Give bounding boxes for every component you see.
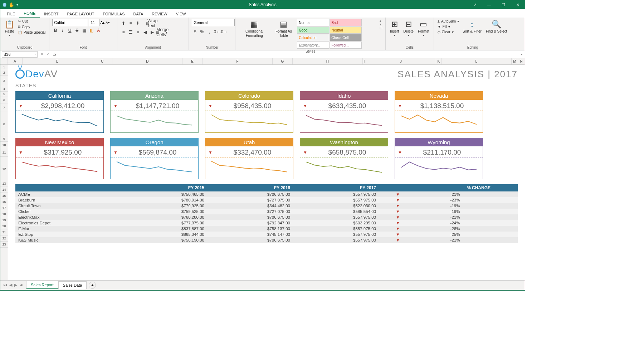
col-header[interactable]: L bbox=[441, 58, 512, 64]
add-sheet-button[interactable]: + bbox=[89, 282, 96, 289]
expand-formula-icon[interactable]: ▾ bbox=[519, 53, 525, 56]
sheet-nav-prev-icon[interactable]: ◀ bbox=[9, 283, 12, 287]
col-header[interactable]: H bbox=[293, 58, 363, 64]
gallery-up-icon[interactable]: ▴ bbox=[380, 19, 382, 23]
bold-button[interactable]: B bbox=[52, 27, 59, 34]
table-row[interactable]: Clicker $759,525.00 $727,075.00 $585,554… bbox=[15, 209, 518, 214]
col-header[interactable]: G bbox=[273, 58, 293, 64]
col-header[interactable]: K bbox=[436, 58, 441, 64]
wrap-text-button[interactable]: ▤ Wrap Text bbox=[146, 20, 156, 26]
style-cell[interactable]: Check Cell bbox=[330, 34, 362, 41]
find-select-button[interactable]: 🔍Find & Select bbox=[484, 19, 508, 34]
row-header[interactable]: 5 bbox=[0, 92, 8, 97]
format-as-table-button[interactable]: ▤Format As Table bbox=[272, 19, 296, 38]
align-bottom-icon[interactable]: ⬇ bbox=[135, 20, 141, 26]
name-box[interactable]: B36▾ bbox=[2, 51, 38, 58]
tab-review[interactable]: REVIEW bbox=[147, 10, 171, 18]
tab-view[interactable]: VIEW bbox=[172, 10, 190, 18]
col-header[interactable]: C bbox=[92, 58, 112, 64]
col-header[interactable]: N bbox=[518, 58, 525, 64]
sheet-nav-first-icon[interactable]: ⏮ bbox=[3, 283, 7, 287]
underline-button[interactable]: U bbox=[67, 27, 73, 34]
col-header[interactable]: I bbox=[363, 58, 366, 64]
row-header[interactable]: 6 bbox=[0, 97, 8, 103]
row-headers[interactable]: 1234567891011121314151617181920212223 bbox=[0, 65, 8, 280]
increase-decimal-icon[interactable]: .0← bbox=[213, 29, 220, 35]
row-header[interactable]: 4 bbox=[0, 86, 8, 92]
minimize-icon[interactable]: — bbox=[482, 3, 496, 7]
decrease-decimal-icon[interactable]: .0→ bbox=[220, 29, 227, 35]
percent-icon[interactable]: % bbox=[199, 29, 205, 35]
row-header[interactable]: 12 bbox=[0, 157, 8, 181]
font-size-input[interactable] bbox=[89, 19, 99, 26]
align-middle-icon[interactable]: ≡ bbox=[127, 20, 134, 26]
borders-button[interactable]: ▦ bbox=[81, 27, 87, 34]
style-cell[interactable]: Bad bbox=[330, 19, 362, 26]
currency-icon[interactable]: $ bbox=[192, 29, 198, 35]
style-cell[interactable]: Explanatory... bbox=[297, 42, 329, 49]
sheet-tab-sales-data[interactable]: Sales Data bbox=[58, 281, 87, 289]
number-format-select[interactable] bbox=[192, 19, 235, 26]
font-name-input[interactable] bbox=[52, 19, 88, 26]
worksheet[interactable]: 1234567891011121314151617181920212223 De… bbox=[0, 65, 525, 280]
col-header[interactable]: B bbox=[23, 58, 93, 64]
close-icon[interactable]: ✕ bbox=[511, 3, 525, 7]
gallery-more-icon[interactable]: ⊟ bbox=[380, 26, 382, 30]
decrease-indent-icon[interactable]: ◀ bbox=[142, 29, 148, 35]
row-header[interactable]: 16 bbox=[0, 199, 8, 205]
row-header[interactable]: 18 bbox=[0, 211, 8, 217]
col-header[interactable]: D bbox=[112, 58, 182, 64]
paste-special-button[interactable]: 📋Paste Special bbox=[17, 30, 46, 35]
col-header[interactable]: E bbox=[182, 58, 203, 64]
row-header[interactable]: 7 bbox=[0, 103, 8, 112]
ribbon-display-icon[interactable]: ⤢ bbox=[468, 3, 482, 7]
paste-button[interactable]: 📋Paste▾ bbox=[3, 19, 16, 38]
qat-icon-1[interactable]: ⬣ bbox=[3, 2, 6, 8]
sort-filter-button[interactable]: ↕Sort & Filter bbox=[461, 19, 483, 34]
table-row[interactable]: K&S Music $756,190.00 $706,675.00 $557,9… bbox=[15, 237, 518, 243]
shrink-font-icon[interactable]: A▾ bbox=[106, 21, 110, 24]
col-header[interactable]: M bbox=[512, 58, 518, 64]
row-header[interactable]: 17 bbox=[0, 205, 8, 211]
row-header[interactable]: 22 bbox=[0, 235, 8, 242]
delete-cells-button[interactable]: ⊟Delete▾ bbox=[402, 19, 415, 38]
cell-styles-gallery[interactable]: NormalBadGoodNeutralCalculationCheck Cel… bbox=[297, 19, 378, 49]
style-cell[interactable]: Normal bbox=[297, 19, 329, 26]
italic-button[interactable]: I bbox=[59, 27, 66, 34]
style-cell[interactable]: Neutral bbox=[330, 26, 362, 34]
row-header[interactable]: 19 bbox=[0, 217, 8, 223]
sheet-tab-sales-report[interactable]: Sales Report bbox=[26, 281, 58, 289]
enter-formula-icon[interactable]: ✓ bbox=[45, 52, 51, 57]
table-row[interactable]: Electronics Depot $777,375.00 $792,347.0… bbox=[15, 220, 518, 226]
align-center-icon[interactable]: ☰ bbox=[127, 29, 134, 35]
cancel-formula-icon[interactable]: ✕ bbox=[39, 52, 45, 57]
grow-font-icon[interactable]: A▴ bbox=[100, 20, 105, 25]
table-row[interactable]: E-Mart $837,887.00 $758,137.00 $557,975.… bbox=[15, 226, 518, 232]
style-cell[interactable]: Calculation bbox=[297, 34, 329, 41]
col-header[interactable]: J bbox=[366, 58, 436, 64]
row-header[interactable]: 11 bbox=[0, 148, 8, 157]
tab-data[interactable]: DATA bbox=[129, 10, 148, 18]
format-cells-button[interactable]: ▭Format▾ bbox=[416, 19, 431, 38]
tab-pagelayout[interactable]: PAGE LAYOUT bbox=[63, 10, 98, 18]
row-header[interactable]: 2 bbox=[0, 70, 8, 76]
comma-icon[interactable]: , bbox=[206, 29, 213, 35]
increase-indent-icon[interactable]: ▶ bbox=[149, 29, 155, 35]
tab-home[interactable]: HOME bbox=[19, 10, 40, 18]
merge-cells-button[interactable]: ▦ Merge Cells ▾ bbox=[156, 29, 167, 35]
row-header[interactable]: 3 bbox=[0, 76, 8, 86]
table-row[interactable]: Braeburn $780,914.00 $727,075.00 $557,97… bbox=[15, 197, 518, 203]
copy-button[interactable]: ⧉Copy bbox=[17, 24, 46, 29]
table-row[interactable]: EZ Stop $865,344.00 $745,147.00 $557,975… bbox=[15, 232, 518, 237]
font-color-button[interactable]: A bbox=[95, 27, 102, 34]
align-right-icon[interactable]: ≡ bbox=[135, 29, 141, 35]
table-row[interactable]: Circuit Town $779,925.00 $644,482.00 $52… bbox=[15, 203, 518, 209]
strike-button[interactable]: S bbox=[74, 27, 80, 34]
style-cell[interactable]: Good bbox=[297, 26, 329, 34]
tab-insert[interactable]: INSERT bbox=[40, 10, 63, 18]
qat-icon-2[interactable]: ✋ bbox=[9, 2, 14, 8]
row-header[interactable]: 9 bbox=[0, 136, 8, 142]
clear-button[interactable]: ◇Clear ▾ bbox=[437, 30, 460, 34]
row-header[interactable]: 1 bbox=[0, 65, 8, 70]
row-header[interactable]: 23 bbox=[0, 242, 8, 248]
